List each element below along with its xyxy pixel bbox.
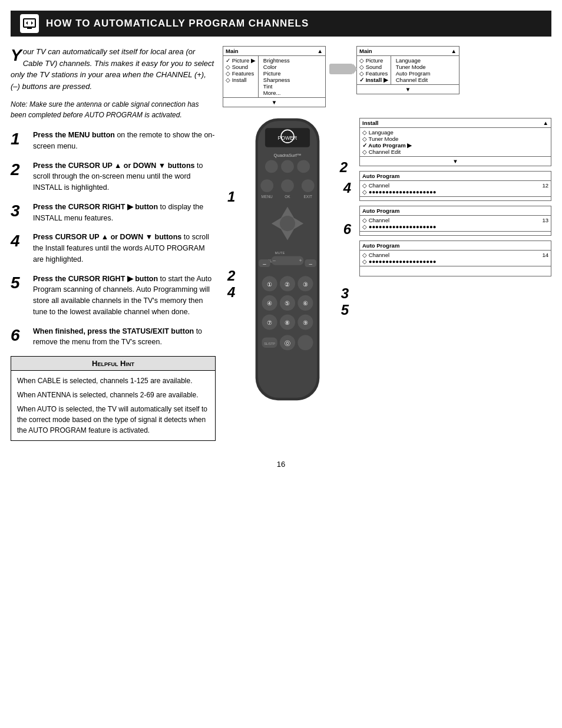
- menu2-footer: ▼: [357, 84, 459, 94]
- step-text-5: Press the CURSOR RIGHT ▶ button to start…: [33, 274, 216, 318]
- menu1-footer: ▼: [223, 97, 325, 107]
- step-label-35: 35: [341, 285, 349, 318]
- step-bold-5: Press the CURSOR RIGHT ▶ button: [33, 275, 158, 283]
- menu1-left: ✓ Picture ▶ ◇ Sound ◇ Features ◇ Install: [223, 56, 259, 97]
- remote-menus-area: 1 24 2 4 6 35 POWER QuadraSurf™: [223, 112, 551, 407]
- svg-text:EXIT: EXIT: [304, 195, 313, 199]
- menu1-title: Main▲: [223, 47, 325, 56]
- svg-text:MUTE: MUTE: [275, 251, 285, 255]
- page-header: How to Automatically Program Channels: [11, 11, 551, 37]
- ap13-footer: [360, 231, 551, 235]
- main-menu-2: Main▲ ◇ Picture ◇ Sound ◇ Features ✓ Ins…: [356, 46, 459, 94]
- svg-text:⑨: ⑨: [303, 319, 308, 326]
- step-bold-2: Press the CURSOR UP ▲ or DOWN ▼ buttons: [33, 162, 195, 170]
- ap14-title: Auto Program: [360, 241, 551, 251]
- svg-text:–: –: [263, 261, 266, 267]
- note-text: Note: Make sure the antenna or cable sig…: [11, 99, 216, 120]
- install-menu-items: ◇ Language ◇ Tuner Mode ✓ Auto Program ▶…: [360, 128, 551, 156]
- svg-point-7: [281, 160, 294, 173]
- page-title: How to Automatically Program Channels: [46, 18, 309, 29]
- svg-text:④: ④: [267, 300, 272, 307]
- auto-program-13: Auto Program ◇ Channel 13 ◇ ●●●●●●●●●●●●…: [359, 206, 551, 236]
- ap13-title: Auto Program: [360, 206, 551, 216]
- drop-cap: Y: [11, 47, 22, 64]
- step-num-3: 3: [11, 203, 27, 219]
- step-6: 6 When finished, press the STATUS/EXIT b…: [11, 326, 216, 348]
- step-text-6: When finished, press the STATUS/EXIT but…: [33, 326, 216, 348]
- install-menu: Install▲ ◇ Language ◇ Tuner Mode ✓ Auto …: [359, 118, 551, 166]
- step-num-6: 6: [11, 327, 27, 344]
- step-num-2: 2: [11, 162, 27, 178]
- main-content: Your TV can automatically set itself for…: [11, 37, 551, 450]
- step-4: 4 Press CURSOR UP ▲ or DOWN ▼ buttons to…: [11, 232, 216, 265]
- menu2-title: Main▲: [357, 47, 459, 56]
- svg-point-52: [297, 335, 313, 350]
- svg-text:②: ②: [285, 281, 290, 288]
- step-text-3: Press the CURSOR RIGHT ▶ button to displ…: [33, 202, 216, 224]
- hint-item-1: When CABLE is selected, channels 1-125 a…: [17, 375, 209, 386]
- svg-point-8: [297, 160, 310, 173]
- step-num-1: 1: [11, 131, 27, 147]
- remote-svg: POWER QuadraSurf™ MENU OK EXIT: [229, 112, 346, 407]
- connector-arrow: [353, 64, 358, 74]
- svg-point-10: [281, 179, 294, 192]
- menu2-right: Language Tuner Mode Auto Program Channel…: [394, 56, 433, 84]
- hint-item-2: When ANTENNA is selected, channels 2-69 …: [17, 390, 209, 400]
- step-num-5: 5: [11, 275, 27, 291]
- svg-text:SL/STP: SL/STP: [264, 342, 275, 345]
- header-icon: [20, 14, 39, 33]
- step-label-1: 1: [227, 189, 235, 205]
- ap12-content: ◇ Channel 12 ◇ ●●●●●●●●●●●●●●●●●●●●: [360, 181, 551, 196]
- svg-text:–: –: [273, 258, 276, 263]
- svg-text:⑤: ⑤: [285, 300, 290, 307]
- left-column: Your TV can automatically set itself for…: [11, 46, 223, 441]
- tv-icon: [22, 17, 37, 31]
- svg-text:⑦: ⑦: [267, 319, 272, 326]
- main-menu-1: Main▲ ✓ Picture ▶ ◇ Sound ◇ Features ◇ I…: [223, 46, 326, 107]
- svg-text:③: ③: [303, 281, 308, 288]
- intro-text: Your TV can automatically set itself for…: [11, 46, 216, 92]
- ap14-footer: [360, 266, 551, 276]
- hint-title: Helpful Hint: [11, 357, 215, 371]
- step-bold-6: When finished, press the STATUS/EXIT but…: [33, 327, 194, 335]
- menu2-body: ◇ Picture ◇ Sound ◇ Features ✓ Install ▶…: [357, 56, 459, 84]
- svg-point-9: [260, 179, 273, 192]
- step-text-1: Press the MENU button on the remote to s…: [33, 130, 216, 152]
- ap12-title: Auto Program: [360, 172, 551, 181]
- svg-text:⑧: ⑧: [285, 319, 290, 326]
- step-text-2: Press the CURSOR UP ▲ or DOWN ▼ buttons …: [33, 160, 216, 193]
- step-label-4: 4: [343, 180, 351, 196]
- svg-text:–: –: [309, 261, 312, 267]
- svg-point-19: [280, 216, 295, 231]
- svg-text:+: +: [299, 258, 302, 263]
- auto-program-14: Auto Program ◇ Channel 14 ◇ ●●●●●●●●●●●●…: [359, 241, 551, 276]
- svg-text:⑥: ⑥: [303, 300, 308, 307]
- auto-program-12: Auto Program ◇ Channel 12 ◇ ●●●●●●●●●●●●…: [359, 171, 551, 201]
- menu1-right: Brightness Color Picture Sharpness Tint …: [261, 56, 292, 97]
- connector-shape: [329, 64, 353, 74]
- step-3: 3 Press the CURSOR RIGHT ▶ button to dis…: [11, 202, 216, 224]
- menu1-body: ✓ Picture ▶ ◇ Sound ◇ Features ◇ Install…: [223, 56, 325, 97]
- page-number: 16: [0, 460, 562, 469]
- step-label-2: 2: [340, 159, 348, 176]
- hint-box: Helpful Hint When CABLE is selected, cha…: [11, 356, 216, 441]
- step-bold-4: Press CURSOR UP ▲ or DOWN ▼ buttons: [33, 233, 181, 241]
- svg-text:①: ①: [267, 281, 272, 288]
- step-5: 5 Press the CURSOR RIGHT ▶ button to sta…: [11, 274, 216, 318]
- hint-content: When CABLE is selected, channels 1-125 a…: [11, 371, 215, 440]
- svg-text:⓪: ⓪: [285, 340, 290, 347]
- ap13-content: ◇ Channel 13 ◇ ●●●●●●●●●●●●●●●●●●●●: [360, 216, 551, 231]
- step-bold-1: Press the MENU button: [33, 131, 115, 139]
- right-menus: Install▲ ◇ Language ◇ Tuner Mode ✓ Auto …: [352, 118, 551, 276]
- step-text-4: Press CURSOR UP ▲ or DOWN ▼ buttons to s…: [33, 232, 216, 265]
- svg-text:OK: OK: [285, 195, 290, 199]
- step-bold-3: Press the CURSOR RIGHT ▶ button: [33, 203, 158, 211]
- svg-text:MENU: MENU: [262, 195, 273, 199]
- menu2-left: ◇ Picture ◇ Sound ◇ Features ✓ Install ▶: [357, 56, 391, 84]
- step-num-4: 4: [11, 233, 27, 249]
- ap12-footer: [360, 196, 551, 200]
- top-diagrams: Main▲ ✓ Picture ▶ ◇ Sound ◇ Features ◇ I…: [223, 46, 551, 107]
- step-label-6: 6: [343, 221, 351, 238]
- svg-point-6: [265, 160, 278, 173]
- step-label-24-left: 24: [227, 268, 235, 301]
